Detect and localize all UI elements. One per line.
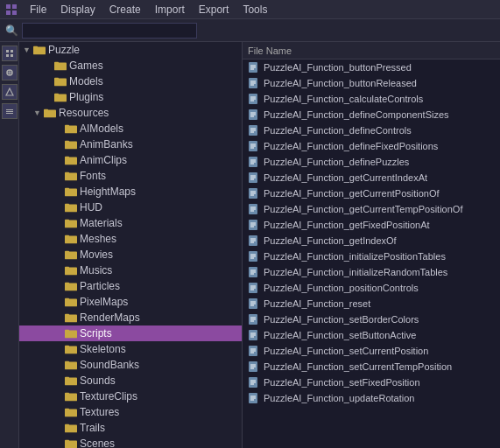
file-icon: [248, 141, 260, 151]
tree-item-scripts[interactable]: Scripts: [19, 326, 242, 341]
file-icon: [248, 314, 260, 325]
tree-item-rendermaps[interactable]: RenderMaps: [19, 310, 242, 326]
tree-item-games[interactable]: Games: [19, 58, 242, 74]
toggle-puzzle: ▼: [23, 46, 33, 54]
tree-item-musics[interactable]: Musics: [19, 262, 242, 278]
file-column-header: File Name: [248, 46, 292, 56]
tree-label-resources: Resources: [59, 107, 109, 119]
file-row[interactable]: PuzzleAI_Function_setCurrentPosition: [243, 343, 500, 359]
file-name: PuzzleAI_Function_buttonReleased: [264, 78, 417, 88]
file-row[interactable]: PuzzleAI_Function_defineControls: [243, 122, 500, 138]
tree-item-puzzle[interactable]: ▼ Puzzle: [19, 42, 242, 58]
tree-item-aimodels[interactable]: AIModels: [19, 121, 242, 136]
file-row[interactable]: PuzzleAI_Function_defineComponentSizes: [243, 107, 500, 122]
folder-icon-heightmaps: [65, 186, 77, 197]
tree-item-soundbanks[interactable]: SoundBanks: [19, 357, 242, 373]
svg-rect-7: [11, 54, 13, 57]
tree-panel[interactable]: ▼ Puzzle GamesModelsPlugins▼ResourcesAIM…: [19, 42, 243, 448]
file-row[interactable]: PuzzleAI_Function_updateRotation: [243, 390, 500, 406]
tree-label-sounds: Sounds: [80, 374, 116, 387]
sidebar-btn-4[interactable]: [2, 103, 18, 119]
tree-label-games: Games: [69, 60, 103, 72]
tree-item-models[interactable]: Models: [19, 74, 242, 89]
tree-item-materials[interactable]: Materials: [19, 215, 242, 231]
svg-rect-12: [6, 109, 13, 110]
svg-rect-6: [6, 54, 9, 57]
tree-item-skeletons[interactable]: Skeletons: [19, 341, 242, 357]
tree-label-particles: Particles: [80, 280, 120, 292]
menu-tools[interactable]: Tools: [236, 2, 274, 18]
tree-item-textureclips[interactable]: TextureClips: [19, 388, 242, 404]
file-row[interactable]: PuzzleAI_Function_buttonReleased: [243, 75, 500, 91]
folder-icon-scenes: [65, 438, 77, 448]
file-icon: [248, 346, 260, 356]
file-row[interactable]: PuzzleAI_Function_initializeRandomTables: [243, 264, 500, 280]
file-icon: [248, 94, 260, 104]
tree-label-scenes: Scenes: [80, 438, 115, 448]
folder-icon-musics: [65, 265, 77, 276]
file-row[interactable]: PuzzleAI_Function_definePuzzles: [243, 154, 500, 170]
file-row[interactable]: PuzzleAI_Function_positionControls: [243, 280, 500, 296]
tree-item-sounds[interactable]: Sounds: [19, 373, 242, 388]
menu-display[interactable]: Display: [53, 2, 102, 18]
tree-item-trails[interactable]: Trails: [19, 420, 242, 436]
tree-item-meshes[interactable]: Meshes: [19, 231, 242, 247]
file-row[interactable]: PuzzleAI_Function_getCurrentIndexAt: [243, 170, 500, 186]
tree-label-puzzle: Puzzle: [48, 44, 80, 56]
file-name: PuzzleAI_Function_setCurrentTempPosition: [264, 361, 452, 372]
tree-label-textureclips: TextureClips: [80, 390, 137, 402]
file-row[interactable]: PuzzleAI_Function_setButtonActive: [243, 327, 500, 343]
tree-label-skeletons: Skeletons: [80, 343, 126, 355]
tree-item-particles[interactable]: Particles: [19, 278, 242, 294]
folder-icon-animclips: [65, 155, 77, 165]
tree-item-hud[interactable]: HUD: [19, 200, 242, 215]
tree-label-hud: HUD: [80, 201, 102, 214]
file-panel[interactable]: File Name PuzzleAI_Function_buttonPresse…: [243, 42, 500, 448]
menu-bar: File Display Create Import Export Tools: [0, 0, 500, 19]
tree-item-resources[interactable]: ▼Resources: [19, 105, 242, 121]
tree-label-animclips: AnimClips: [80, 154, 127, 166]
file-name: PuzzleAI_Function_initializePositionTabl…: [264, 251, 446, 262]
file-row[interactable]: PuzzleAI_Function_defineFixedPositions: [243, 138, 500, 154]
file-row[interactable]: PuzzleAI_Function_setBorderColors: [243, 312, 500, 327]
tree-label-meshes: Meshes: [80, 233, 116, 245]
tree-item-textures[interactable]: Textures: [19, 404, 242, 420]
tree-children: GamesModelsPlugins▼ResourcesAIModelsAnim…: [19, 58, 242, 448]
menu-export[interactable]: Export: [192, 2, 236, 18]
file-row[interactable]: PuzzleAI_Function_getCurrentTempPosition…: [243, 201, 500, 217]
sidebar-btn-2[interactable]: [2, 65, 18, 80]
tree-item-scenes[interactable]: Scenes: [19, 436, 242, 448]
file-icon: [248, 330, 260, 340]
file-name: PuzzleAI_Function_getIndexOf: [264, 235, 397, 246]
tree-item-animclips[interactable]: AnimClips: [19, 152, 242, 168]
tree-item-fonts[interactable]: Fonts: [19, 168, 242, 184]
tree-label-rendermaps: RenderMaps: [80, 312, 140, 324]
folder-icon-soundbanks: [65, 360, 77, 370]
folder-icon-textures: [65, 407, 77, 417]
menu-import[interactable]: Import: [148, 2, 192, 18]
sidebar-btn-1[interactable]: [2, 46, 18, 61]
sidebar-btn-3[interactable]: [2, 84, 18, 100]
menu-create[interactable]: Create: [102, 2, 148, 18]
file-row[interactable]: PuzzleAI_Function_setCurrentTempPosition: [243, 359, 500, 374]
file-row[interactable]: PuzzleAI_Function_reset: [243, 296, 500, 312]
file-row[interactable]: PuzzleAI_Function_setFixedPosition: [243, 374, 500, 390]
search-input[interactable]: [22, 23, 197, 38]
tree-item-heightmaps[interactable]: HeightMaps: [19, 184, 242, 200]
tree-label-movies: Movies: [80, 248, 113, 261]
file-name: PuzzleAI_Function_positionControls: [264, 283, 419, 293]
file-row[interactable]: PuzzleAI_Function_initializePositionTabl…: [243, 248, 500, 264]
tree-item-movies[interactable]: Movies: [19, 247, 242, 262]
file-row[interactable]: PuzzleAI_Function_getFixedPositionAt: [243, 217, 500, 233]
svg-rect-14: [6, 113, 13, 114]
file-row[interactable]: PuzzleAI_Function_calculateControls: [243, 91, 500, 107]
file-row[interactable]: PuzzleAI_Function_getCurrentPositionOf: [243, 186, 500, 201]
tree-item-plugins[interactable]: Plugins: [19, 89, 242, 105]
tree-item-pixelmaps[interactable]: PixelMaps: [19, 294, 242, 310]
file-row[interactable]: PuzzleAI_Function_getIndexOf: [243, 233, 500, 248]
file-row[interactable]: PuzzleAI_Function_buttonPressed: [243, 60, 500, 75]
folder-icon-movies: [65, 249, 77, 260]
tree-item-animbanks[interactable]: AnimBanks: [19, 136, 242, 152]
menu-file[interactable]: File: [23, 2, 53, 18]
file-name: PuzzleAI_Function_initializeRandomTables: [264, 267, 447, 277]
